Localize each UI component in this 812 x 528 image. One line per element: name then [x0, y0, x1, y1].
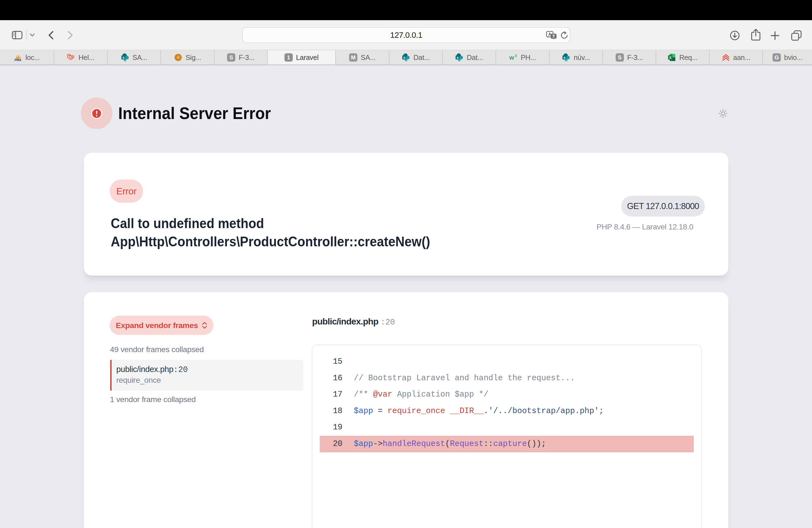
svg-text:X: X	[669, 56, 671, 60]
svg-text:s: s	[564, 56, 566, 60]
svg-text:s: s	[403, 56, 405, 60]
svg-text:s: s	[456, 56, 459, 60]
svg-text:3: 3	[515, 54, 517, 58]
svg-text:PMA: PMA	[15, 58, 21, 62]
svg-text:w: w	[509, 54, 514, 61]
svg-text:s: s	[122, 56, 124, 60]
